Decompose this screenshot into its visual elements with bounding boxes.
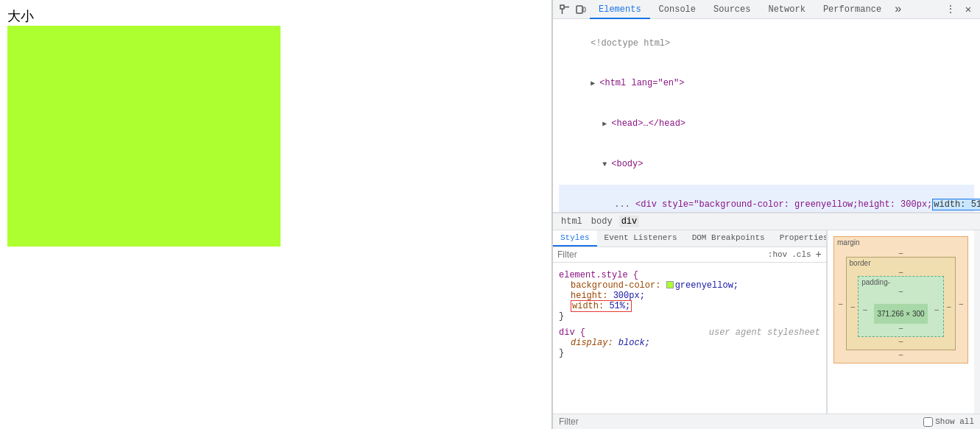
bottom-filter-input[interactable]: [559, 416, 917, 427]
padding-label: padding-: [861, 278, 890, 286]
breadcrumb-body[interactable]: body: [589, 216, 615, 227]
dom-body: ▼ <body>: [559, 144, 974, 185]
green-box: [7, 26, 281, 247]
styles-bottom-panel: Styles Event Listeners DOM Breakpoints P…: [553, 230, 980, 414]
svg-rect-3: [577, 6, 582, 13]
css-source-label: user agent stylesheet: [709, 327, 820, 338]
bottom-filter-bar: Show all: [553, 414, 980, 429]
css-close-brace-div: }: [559, 348, 820, 358]
triangle-icon: ▶: [591, 77, 599, 91]
svg-rect-0: [560, 5, 564, 9]
tab-elements[interactable]: Elements: [590, 0, 650, 19]
div-rule: div { user agent stylesheet display: blo…: [559, 327, 820, 358]
width-highlight: width: 51%;: [571, 300, 632, 312]
css-prop-width: width: 51%;: [559, 301, 820, 311]
css-selector-div[interactable]: div {: [559, 327, 585, 338]
dom-panel: <!doctype html> ▶ <html lang="en"> ▶ <he…: [553, 19, 980, 213]
page-label: 大小: [7, 7, 34, 25]
add-style-rule-icon[interactable]: +: [816, 249, 822, 260]
css-rules: element.style { background-color: greeny…: [553, 263, 826, 414]
filter-hov[interactable]: :hov: [768, 250, 787, 259]
device-toolbar-icon[interactable]: [574, 2, 588, 17]
devtools-panel: Elements Console Sources Network Perform…: [552, 0, 980, 429]
tab-styles[interactable]: Styles: [553, 230, 597, 247]
breadcrumb-div[interactable]: div: [619, 216, 640, 227]
filter-input[interactable]: [557, 249, 764, 260]
close-devtools-icon[interactable]: ✕: [961, 2, 976, 17]
box-model-content: 371.266 × 300: [874, 304, 927, 324]
css-prop-height: height: 300px;: [559, 291, 820, 301]
triangle-icon: ▶: [602, 118, 611, 131]
box-model-panel: margin – – border – – padding- –: [827, 230, 974, 414]
tab-properties[interactable]: Properties: [772, 230, 827, 247]
more-options-icon[interactable]: ⋮: [943, 2, 958, 17]
css-prop-display: display: block;: [559, 338, 820, 348]
devtools-toolbar-right: ⋮ ✕: [943, 2, 976, 17]
more-tabs-icon[interactable]: »: [890, 3, 906, 16]
dom-head: ▶ <head>…</head>: [559, 104, 974, 144]
filter-cls[interactable]: .cls: [792, 250, 811, 259]
border-label: border: [850, 259, 871, 267]
highlighted-attr: width: 51%;: [932, 199, 980, 210]
svg-rect-4: [583, 7, 585, 12]
dom-div-selected[interactable]: ... <div style="background-color: greeny…: [559, 185, 974, 213]
css-close-brace: }: [559, 311, 820, 322]
show-all-label: Show all: [923, 417, 974, 427]
dom-html: ▶ <html lang="en">: [559, 63, 974, 104]
box-model-border: border – – padding- – – 371.266 × 300: [846, 257, 956, 350]
tab-console[interactable]: Console: [650, 0, 705, 19]
content-size: 371.266 × 300: [877, 310, 924, 318]
element-style-rule: element.style { background-color: greeny…: [559, 270, 820, 322]
color-swatch: [666, 281, 674, 288]
inspect-element-icon[interactable]: [557, 2, 572, 17]
filter-bar: :hov .cls +: [553, 247, 826, 263]
box-model-margin: margin – – border – – padding- –: [833, 236, 968, 364]
margin-label: margin: [837, 238, 860, 247]
triangle-icon-open: ▼: [602, 158, 611, 171]
styles-scrollbar[interactable]: [974, 230, 980, 414]
tab-performance[interactable]: Performance: [814, 0, 890, 19]
dom-doctype: <!doctype html>: [559, 24, 974, 63]
tab-event-listeners[interactable]: Event Listeners: [597, 230, 685, 247]
tab-sources[interactable]: Sources: [705, 0, 759, 19]
css-selector-element[interactable]: element.style {: [559, 270, 820, 280]
tab-network[interactable]: Network: [759, 0, 814, 19]
devtools-tabs: Elements Console Sources Network Perform…: [590, 0, 942, 19]
css-prop-bg: background-color: greenyellow;: [559, 280, 820, 291]
style-tabs: Styles Event Listeners DOM Breakpoints P…: [553, 230, 826, 247]
box-model-padding: padding- – – 371.266 × 300 – –: [858, 276, 944, 337]
webpage-preview: 大小: [0, 0, 552, 429]
show-all-checkbox[interactable]: [923, 417, 933, 427]
styles-left: Styles Event Listeners DOM Breakpoints P…: [553, 230, 827, 414]
breadcrumb: html body div: [553, 213, 980, 230]
devtools-topbar: Elements Console Sources Network Perform…: [553, 0, 980, 19]
tab-dom-breakpoints[interactable]: DOM Breakpoints: [685, 230, 772, 247]
breadcrumb-html[interactable]: html: [559, 216, 585, 227]
